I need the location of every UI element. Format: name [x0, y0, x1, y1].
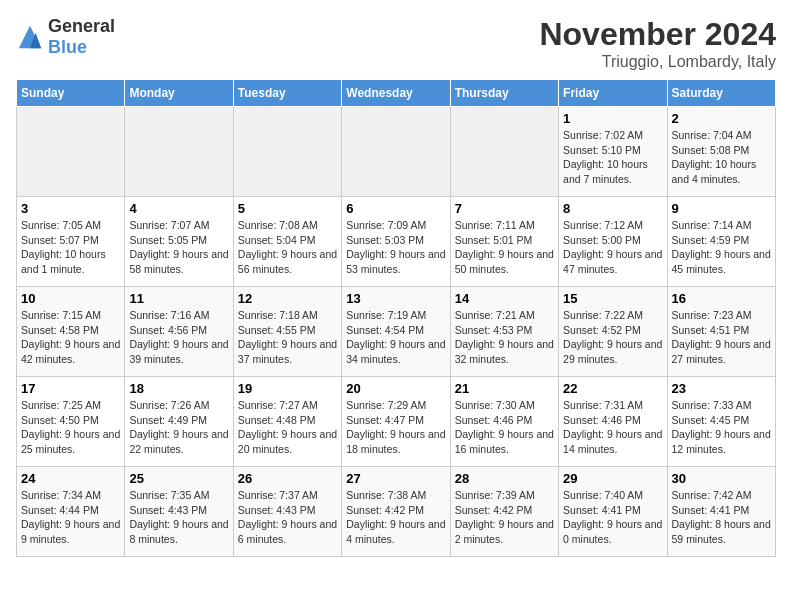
day-info: Sunrise: 7:27 AM Sunset: 4:48 PM Dayligh… — [238, 398, 337, 457]
day-info: Sunrise: 7:23 AM Sunset: 4:51 PM Dayligh… — [672, 308, 771, 367]
calendar-day-cell — [342, 107, 450, 197]
logo: General Blue — [16, 16, 115, 58]
day-info: Sunrise: 7:38 AM Sunset: 4:42 PM Dayligh… — [346, 488, 445, 547]
calendar-day-cell: 22Sunrise: 7:31 AM Sunset: 4:46 PM Dayli… — [559, 377, 667, 467]
calendar-day-cell: 20Sunrise: 7:29 AM Sunset: 4:47 PM Dayli… — [342, 377, 450, 467]
day-number: 17 — [21, 381, 120, 396]
day-info: Sunrise: 7:30 AM Sunset: 4:46 PM Dayligh… — [455, 398, 554, 457]
calendar-day-cell: 16Sunrise: 7:23 AM Sunset: 4:51 PM Dayli… — [667, 287, 775, 377]
day-info: Sunrise: 7:07 AM Sunset: 5:05 PM Dayligh… — [129, 218, 228, 277]
logo-icon — [16, 23, 44, 51]
day-info: Sunrise: 7:22 AM Sunset: 4:52 PM Dayligh… — [563, 308, 662, 367]
day-number: 29 — [563, 471, 662, 486]
calendar-day-cell: 13Sunrise: 7:19 AM Sunset: 4:54 PM Dayli… — [342, 287, 450, 377]
day-number: 26 — [238, 471, 337, 486]
day-number: 2 — [672, 111, 771, 126]
weekday-header-cell: Sunday — [17, 80, 125, 107]
calendar-day-cell: 3Sunrise: 7:05 AM Sunset: 5:07 PM Daylig… — [17, 197, 125, 287]
day-info: Sunrise: 7:35 AM Sunset: 4:43 PM Dayligh… — [129, 488, 228, 547]
calendar-day-cell: 17Sunrise: 7:25 AM Sunset: 4:50 PM Dayli… — [17, 377, 125, 467]
day-number: 6 — [346, 201, 445, 216]
calendar-week-row: 10Sunrise: 7:15 AM Sunset: 4:58 PM Dayli… — [17, 287, 776, 377]
day-number: 16 — [672, 291, 771, 306]
calendar-day-cell — [233, 107, 341, 197]
calendar-day-cell: 10Sunrise: 7:15 AM Sunset: 4:58 PM Dayli… — [17, 287, 125, 377]
calendar-day-cell: 6Sunrise: 7:09 AM Sunset: 5:03 PM Daylig… — [342, 197, 450, 287]
day-number: 14 — [455, 291, 554, 306]
calendar-day-cell: 26Sunrise: 7:37 AM Sunset: 4:43 PM Dayli… — [233, 467, 341, 557]
day-info: Sunrise: 7:39 AM Sunset: 4:42 PM Dayligh… — [455, 488, 554, 547]
calendar-week-row: 24Sunrise: 7:34 AM Sunset: 4:44 PM Dayli… — [17, 467, 776, 557]
day-number: 1 — [563, 111, 662, 126]
day-number: 12 — [238, 291, 337, 306]
calendar-week-row: 3Sunrise: 7:05 AM Sunset: 5:07 PM Daylig… — [17, 197, 776, 287]
month-title: November 2024 — [539, 16, 776, 53]
day-info: Sunrise: 7:29 AM Sunset: 4:47 PM Dayligh… — [346, 398, 445, 457]
title-area: November 2024 Triuggio, Lombardy, Italy — [539, 16, 776, 71]
calendar-day-cell: 27Sunrise: 7:38 AM Sunset: 4:42 PM Dayli… — [342, 467, 450, 557]
day-info: Sunrise: 7:42 AM Sunset: 4:41 PM Dayligh… — [672, 488, 771, 547]
day-info: Sunrise: 7:12 AM Sunset: 5:00 PM Dayligh… — [563, 218, 662, 277]
calendar-week-row: 1Sunrise: 7:02 AM Sunset: 5:10 PM Daylig… — [17, 107, 776, 197]
calendar-day-cell: 21Sunrise: 7:30 AM Sunset: 4:46 PM Dayli… — [450, 377, 558, 467]
calendar-day-cell: 4Sunrise: 7:07 AM Sunset: 5:05 PM Daylig… — [125, 197, 233, 287]
day-number: 24 — [21, 471, 120, 486]
logo-general: General — [48, 16, 115, 36]
calendar-day-cell: 12Sunrise: 7:18 AM Sunset: 4:55 PM Dayli… — [233, 287, 341, 377]
page-header: General Blue November 2024 Triuggio, Lom… — [16, 16, 776, 71]
day-info: Sunrise: 7:33 AM Sunset: 4:45 PM Dayligh… — [672, 398, 771, 457]
day-info: Sunrise: 7:02 AM Sunset: 5:10 PM Dayligh… — [563, 128, 662, 187]
calendar-day-cell: 9Sunrise: 7:14 AM Sunset: 4:59 PM Daylig… — [667, 197, 775, 287]
day-number: 27 — [346, 471, 445, 486]
calendar-day-cell: 28Sunrise: 7:39 AM Sunset: 4:42 PM Dayli… — [450, 467, 558, 557]
calendar-day-cell: 24Sunrise: 7:34 AM Sunset: 4:44 PM Dayli… — [17, 467, 125, 557]
day-number: 18 — [129, 381, 228, 396]
calendar-day-cell — [450, 107, 558, 197]
day-number: 10 — [21, 291, 120, 306]
day-number: 22 — [563, 381, 662, 396]
day-info: Sunrise: 7:37 AM Sunset: 4:43 PM Dayligh… — [238, 488, 337, 547]
calendar-day-cell: 15Sunrise: 7:22 AM Sunset: 4:52 PM Dayli… — [559, 287, 667, 377]
day-number: 20 — [346, 381, 445, 396]
calendar-day-cell: 14Sunrise: 7:21 AM Sunset: 4:53 PM Dayli… — [450, 287, 558, 377]
day-number: 8 — [563, 201, 662, 216]
calendar-day-cell: 25Sunrise: 7:35 AM Sunset: 4:43 PM Dayli… — [125, 467, 233, 557]
day-info: Sunrise: 7:08 AM Sunset: 5:04 PM Dayligh… — [238, 218, 337, 277]
day-info: Sunrise: 7:15 AM Sunset: 4:58 PM Dayligh… — [21, 308, 120, 367]
day-number: 30 — [672, 471, 771, 486]
day-number: 11 — [129, 291, 228, 306]
day-number: 23 — [672, 381, 771, 396]
day-info: Sunrise: 7:40 AM Sunset: 4:41 PM Dayligh… — [563, 488, 662, 547]
logo-blue: Blue — [48, 37, 87, 57]
location-title: Triuggio, Lombardy, Italy — [539, 53, 776, 71]
calendar-day-cell: 29Sunrise: 7:40 AM Sunset: 4:41 PM Dayli… — [559, 467, 667, 557]
day-info: Sunrise: 7:25 AM Sunset: 4:50 PM Dayligh… — [21, 398, 120, 457]
calendar-day-cell: 2Sunrise: 7:04 AM Sunset: 5:08 PM Daylig… — [667, 107, 775, 197]
calendar-day-cell: 18Sunrise: 7:26 AM Sunset: 4:49 PM Dayli… — [125, 377, 233, 467]
day-info: Sunrise: 7:05 AM Sunset: 5:07 PM Dayligh… — [21, 218, 120, 277]
calendar-day-cell: 7Sunrise: 7:11 AM Sunset: 5:01 PM Daylig… — [450, 197, 558, 287]
weekday-header-cell: Monday — [125, 80, 233, 107]
calendar-day-cell — [125, 107, 233, 197]
day-info: Sunrise: 7:19 AM Sunset: 4:54 PM Dayligh… — [346, 308, 445, 367]
day-info: Sunrise: 7:34 AM Sunset: 4:44 PM Dayligh… — [21, 488, 120, 547]
day-info: Sunrise: 7:16 AM Sunset: 4:56 PM Dayligh… — [129, 308, 228, 367]
day-info: Sunrise: 7:11 AM Sunset: 5:01 PM Dayligh… — [455, 218, 554, 277]
calendar-day-cell: 23Sunrise: 7:33 AM Sunset: 4:45 PM Dayli… — [667, 377, 775, 467]
weekday-header-cell: Thursday — [450, 80, 558, 107]
weekday-header-cell: Tuesday — [233, 80, 341, 107]
calendar-day-cell: 19Sunrise: 7:27 AM Sunset: 4:48 PM Dayli… — [233, 377, 341, 467]
weekday-header-cell: Friday — [559, 80, 667, 107]
day-info: Sunrise: 7:31 AM Sunset: 4:46 PM Dayligh… — [563, 398, 662, 457]
calendar-day-cell: 8Sunrise: 7:12 AM Sunset: 5:00 PM Daylig… — [559, 197, 667, 287]
day-info: Sunrise: 7:14 AM Sunset: 4:59 PM Dayligh… — [672, 218, 771, 277]
day-info: Sunrise: 7:09 AM Sunset: 5:03 PM Dayligh… — [346, 218, 445, 277]
day-number: 9 — [672, 201, 771, 216]
day-number: 4 — [129, 201, 228, 216]
calendar-day-cell — [17, 107, 125, 197]
day-number: 3 — [21, 201, 120, 216]
weekday-header-cell: Saturday — [667, 80, 775, 107]
calendar-day-cell: 5Sunrise: 7:08 AM Sunset: 5:04 PM Daylig… — [233, 197, 341, 287]
day-info: Sunrise: 7:21 AM Sunset: 4:53 PM Dayligh… — [455, 308, 554, 367]
day-number: 15 — [563, 291, 662, 306]
